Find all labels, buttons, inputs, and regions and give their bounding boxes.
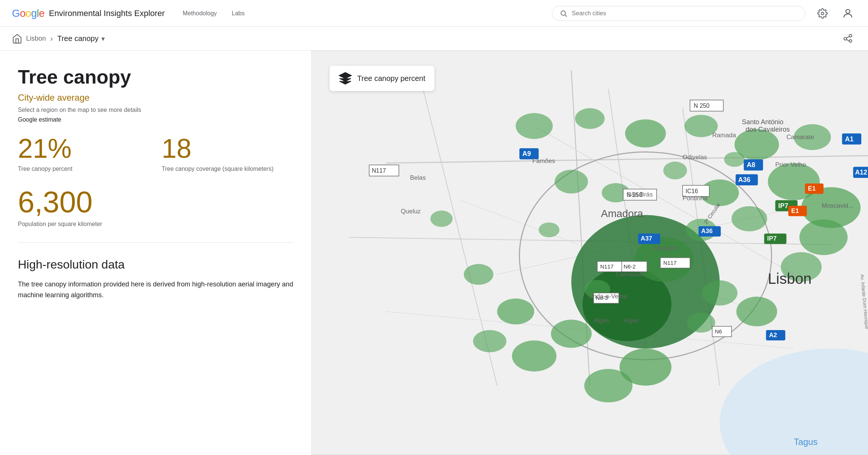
breadcrumb-actions: [840, 31, 856, 47]
svg-text:Queluz: Queluz: [401, 208, 421, 215]
svg-point-40: [473, 330, 507, 352]
svg-text:N6-2: N6-2: [624, 263, 636, 270]
gear-icon: [817, 8, 828, 19]
header-icons: [814, 5, 856, 22]
breadcrumb-home[interactable]: Lisbon: [12, 34, 46, 44]
breadcrumb-city: Lisbon: [26, 35, 46, 43]
svg-text:Belas: Belas: [410, 174, 426, 181]
stat-value-percent: 21%: [18, 135, 150, 162]
svg-text:Algés: Algés: [623, 317, 639, 324]
layers-icon: [339, 72, 352, 85]
svg-text:Lisbon: Lisbon: [768, 270, 811, 287]
breadcrumb-bar: Lisbon › Tree canopy ▾: [0, 27, 868, 51]
main-header: Google Environmental Insights Explorer M…: [0, 0, 868, 27]
svg-point-46: [584, 369, 632, 402]
svg-line-5: [846, 36, 849, 38]
home-icon: [12, 34, 22, 44]
svg-point-3: [846, 9, 850, 13]
svg-text:A36: A36: [701, 228, 713, 235]
svg-point-50: [724, 152, 745, 167]
svg-text:N117: N117: [600, 263, 614, 270]
page-title: Tree canopy: [18, 66, 293, 88]
search-box[interactable]: [552, 6, 805, 21]
svg-text:A8: A8: [747, 161, 755, 169]
svg-text:Carnaxide: Carnaxide: [616, 271, 645, 278]
city-wide-average-label: City-wide average: [18, 92, 293, 103]
svg-point-43: [702, 280, 737, 306]
main-layout: Tree canopy City-wide average Select a r…: [0, 51, 868, 455]
svg-text:N 250: N 250: [694, 103, 710, 109]
svg-text:Moscavid...: Moscavid...: [822, 202, 853, 209]
share-icon: [843, 34, 853, 44]
stat-label-percent: Tree canopy percent: [18, 166, 150, 172]
svg-text:A9: A9: [522, 150, 531, 157]
nav-methodology[interactable]: Methodology: [183, 10, 217, 17]
svg-point-25: [625, 119, 666, 148]
svg-point-44: [736, 296, 777, 326]
svg-point-47: [430, 211, 453, 227]
account-icon: [842, 7, 854, 19]
breadcrumb-separator: ›: [50, 34, 53, 43]
svg-point-24: [575, 108, 605, 129]
svg-text:E1: E1: [791, 207, 799, 214]
settings-button[interactable]: [814, 5, 831, 22]
svg-text:Linda-a-Velha: Linda-a-Velha: [588, 293, 627, 300]
svg-text:Algés: Algés: [594, 317, 609, 324]
svg-text:Camarate: Camarate: [786, 134, 814, 141]
svg-text:A2: A2: [769, 332, 777, 339]
map-svg: Tagus: [312, 51, 868, 455]
svg-line-1: [565, 15, 567, 16]
svg-text:N117: N117: [663, 260, 677, 266]
svg-text:E1: E1: [808, 185, 816, 192]
svg-text:N6: N6: [715, 328, 722, 335]
chevron-down-icon: ▾: [101, 35, 105, 43]
svg-text:Alfragide: Alfragide: [653, 245, 678, 252]
svg-text:Odivelas: Odivelas: [683, 154, 707, 161]
main-nav: Methodology Labs: [183, 10, 245, 17]
breadcrumb-current-label: Tree canopy: [57, 34, 98, 43]
stat-value-population: 6,300: [18, 187, 293, 217]
search-input[interactable]: [572, 10, 798, 17]
svg-point-31: [799, 219, 847, 255]
svg-text:Amadora: Amadora: [601, 208, 643, 219]
account-button[interactable]: [840, 5, 856, 22]
svg-point-36: [732, 206, 767, 232]
svg-text:A36: A36: [738, 176, 751, 183]
svg-text:A12: A12: [855, 169, 867, 176]
svg-text:IP7: IP7: [767, 235, 776, 242]
svg-point-52: [687, 313, 716, 333]
stat-label-population: Population per square kilometer: [18, 221, 293, 228]
svg-point-49: [663, 161, 687, 179]
stats-grid: 21% Tree canopy percent 18 Tree canopy c…: [18, 135, 293, 172]
svg-point-33: [555, 170, 588, 194]
svg-text:IC16: IC16: [686, 188, 698, 194]
map-panel[interactable]: Tree canopy percent Tagus: [312, 51, 868, 455]
svg-point-41: [512, 341, 556, 372]
map-hint: Select a region on the map to see more d…: [18, 107, 293, 113]
svg-text:Prior Velho: Prior Velho: [775, 161, 806, 168]
svg-text:Famões: Famões: [532, 157, 555, 164]
map-tooltip-label: Tree canopy percent: [357, 74, 425, 83]
breadcrumb-current[interactable]: Tree canopy ▾: [57, 34, 105, 43]
google-estimate-label: Google estimate: [18, 116, 293, 123]
svg-text:dos Cavaleiros: dos Cavaleiros: [746, 126, 790, 133]
svg-text:IP7: IP7: [778, 202, 788, 210]
svg-text:Pontinha: Pontinha: [683, 195, 708, 202]
svg-point-39: [497, 298, 534, 324]
nav-labs[interactable]: Labs: [232, 10, 245, 17]
svg-point-2: [821, 12, 824, 15]
stat-population: 6,300 Population per square kilometer: [18, 187, 293, 228]
section-divider: [18, 242, 293, 243]
svg-text:A37: A37: [641, 235, 652, 242]
svg-text:N117: N117: [372, 167, 386, 174]
high-res-description: The tree canopy information provided her…: [18, 279, 293, 301]
svg-point-42: [551, 320, 592, 348]
share-button[interactable]: [840, 31, 856, 47]
svg-text:A1: A1: [845, 135, 853, 143]
map-legend-tooltip: Tree canopy percent: [330, 66, 434, 91]
high-res-heading: High-resolution data: [18, 258, 293, 272]
svg-text:Santo António: Santo António: [742, 118, 783, 126]
google-logo: Google: [12, 7, 44, 19]
svg-text:Ramada: Ramada: [712, 132, 736, 139]
svg-text:São Brás: São Brás: [627, 191, 652, 198]
